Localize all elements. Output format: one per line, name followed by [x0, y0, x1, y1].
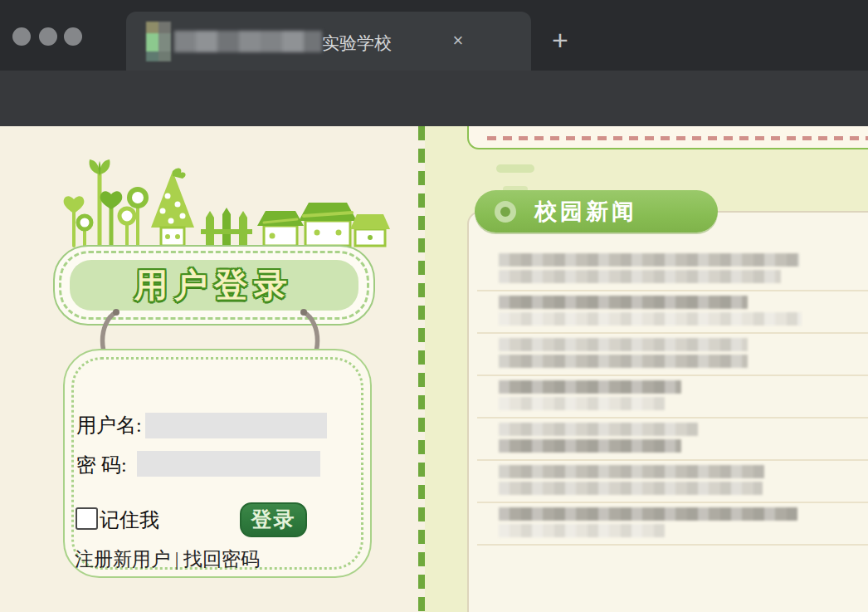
password-label: 密 码:: [76, 452, 127, 478]
window-maximize-button[interactable]: [64, 27, 82, 46]
remember-me-checkbox[interactable]: [76, 507, 98, 530]
news-item-redacted[interactable]: [477, 334, 868, 376]
login-button[interactable]: 登录: [240, 502, 307, 537]
login-links: 注册新用户 | 找回密码: [75, 546, 260, 572]
news-item-redacted[interactable]: [477, 291, 868, 334]
browser-toolbar: ← → Not Secure www.: [0, 71, 868, 126]
news-item-redacted[interactable]: [477, 461, 868, 503]
webpage: 用户登录 用户名: 密 码: 记住我 登录 注册新用户 | 找回密码 校园新闻: [0, 126, 868, 612]
password-input[interactable]: [137, 451, 320, 477]
news-item-text-redacted: [499, 482, 763, 495]
news-item-redacted[interactable]: [477, 376, 868, 419]
login-title: 用户登录: [134, 262, 294, 308]
top-banner-dashed-line: [487, 136, 868, 140]
vertical-dashed-divider: [418, 126, 425, 612]
username-input[interactable]: [145, 413, 327, 438]
register-link[interactable]: 注册新用户: [75, 549, 170, 570]
tab-title-redacted: [174, 31, 322, 52]
window-close-button[interactable]: [12, 27, 31, 46]
login-header-inner: 用户登录: [70, 260, 358, 311]
browser-titlebar: 实验学校 × +: [0, 0, 868, 71]
username-label: 用户名:: [76, 412, 142, 438]
news-item-text-redacted: [499, 524, 665, 537]
news-item-redacted[interactable]: [477, 419, 868, 461]
news-list: [477, 249, 868, 546]
news-item-text-redacted: [499, 439, 681, 453]
news-item-text-redacted: [499, 380, 681, 394]
news-item-text-redacted: [499, 338, 748, 351]
browser-tab[interactable]: 实验学校 ×: [126, 12, 531, 71]
news-item-text-redacted: [499, 465, 764, 478]
news-title: 校园新闻: [534, 197, 637, 227]
news-item-text-redacted: [499, 296, 748, 309]
garden-illustration: [46, 156, 395, 249]
tab-title: 实验学校: [322, 32, 392, 55]
window-minimize-button[interactable]: [39, 27, 57, 46]
news-item-text-redacted: [499, 397, 665, 410]
tab-close-icon[interactable]: ×: [447, 30, 469, 51]
news-bullet-icon: [495, 201, 516, 223]
news-item-text-redacted: [499, 270, 781, 283]
recover-password-link[interactable]: 找回密码: [183, 549, 260, 570]
remember-me-label: 记住我: [100, 507, 159, 533]
news-item-text-redacted: [499, 507, 797, 521]
tab-favicon-redacted: [146, 22, 171, 61]
news-item-redacted[interactable]: [477, 249, 868, 291]
decor-smudge: [496, 164, 534, 173]
news-item-text-redacted: [499, 423, 698, 436]
news-item-text-redacted: [499, 253, 799, 267]
top-banner-bottom-edge: [467, 126, 868, 149]
news-header-pill: 校园新闻: [475, 190, 718, 233]
login-form-panel: 用户名: 密 码: 记住我 登录 注册新用户 | 找回密码: [63, 349, 372, 578]
new-tab-button[interactable]: +: [544, 23, 577, 56]
news-item-redacted[interactable]: [477, 503, 868, 546]
news-panel: [467, 211, 868, 612]
link-divider: |: [175, 549, 179, 570]
news-item-text-redacted: [499, 312, 802, 326]
news-item-text-redacted: [499, 355, 748, 368]
